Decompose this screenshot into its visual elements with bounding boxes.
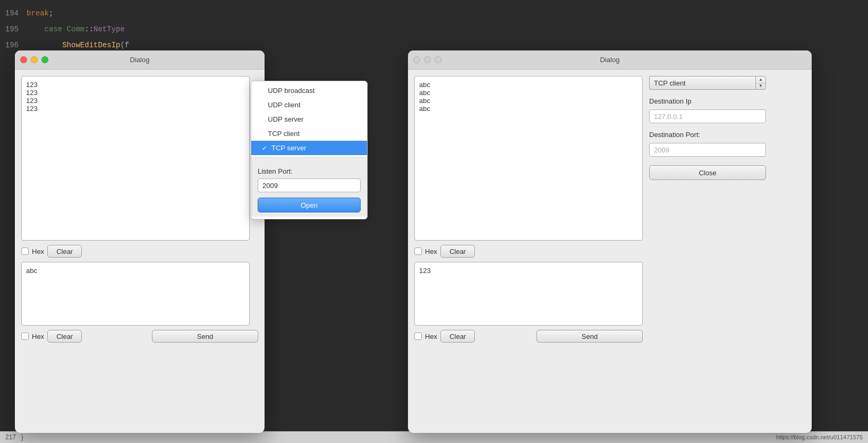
send-textarea-1[interactable]: abc xyxy=(21,262,250,326)
titlebar-1: Dialog xyxy=(15,50,265,70)
dialog-title-2: Dialog xyxy=(600,56,620,64)
line-number: 195 xyxy=(0,21,27,37)
dialog-window-2: Dialog abc abc abc abc Hex Clear 123 Hex… xyxy=(408,50,812,433)
clear-button-receive-1[interactable]: Clear xyxy=(47,245,82,258)
minimize-button-2-inactive[interactable] xyxy=(424,56,431,63)
dropdown-item-tcp-server[interactable]: ✓ TCP server xyxy=(251,141,367,155)
line-info: 217 } xyxy=(5,433,23,441)
minimize-button-1[interactable] xyxy=(31,56,38,63)
window-controls-1 xyxy=(20,56,48,63)
protocol-stepper[interactable]: ▲ ▼ xyxy=(755,76,766,90)
send-controls-2: Hex Clear Send xyxy=(414,330,643,343)
open-button[interactable]: Open xyxy=(258,198,361,212)
destination-port-input[interactable] xyxy=(649,143,766,157)
send-button-1[interactable]: Send xyxy=(152,330,258,343)
hex-label-send-2: Hex xyxy=(425,333,437,340)
protocol-select-wrapper: UDP broadcast UDP client UDP server TCP … xyxy=(649,76,766,90)
clear-button-send-1[interactable]: Clear xyxy=(47,330,82,343)
dropdown-item-tcp-client[interactable]: TCP client xyxy=(251,126,367,141)
hex-label-receive-1: Hex xyxy=(32,248,44,255)
destination-ip-input[interactable] xyxy=(649,109,766,123)
send-textarea-2[interactable]: 123 xyxy=(414,262,643,326)
receive-controls-2: Hex Clear xyxy=(414,245,643,258)
hex-checkbox-send-2[interactable] xyxy=(414,333,422,340)
hex-checkbox-receive-2[interactable] xyxy=(414,248,422,255)
destination-port-label: Destination Port: xyxy=(649,131,766,139)
hex-label-receive-2: Hex xyxy=(425,248,437,255)
protocol-select[interactable]: UDP broadcast UDP client UDP server TCP … xyxy=(649,76,755,90)
dialog2-content: abc abc abc abc Hex Clear 123 Hex Clear … xyxy=(408,70,812,349)
send-controls-1: Hex Clear Send xyxy=(21,330,258,343)
dialog2-right-panel: UDP broadcast UDP client UDP server TCP … xyxy=(649,76,766,343)
dropdown-popup: UDP broadcast UDP client UDP server TCP … xyxy=(251,81,368,219)
bottom-bar: 217 } https://blog.csdn.net/u011471575 xyxy=(0,431,868,443)
close-button-1[interactable] xyxy=(20,56,27,63)
dialog1-content: 123 123 123 123 Hex Clear abc Hex Clear … xyxy=(15,70,265,349)
listen-port-input[interactable] xyxy=(258,178,361,192)
receive-controls-1: Hex Clear xyxy=(21,245,258,258)
send-button-2[interactable]: Send xyxy=(537,330,643,343)
line-number: 194 xyxy=(0,5,27,21)
dropdown-item-udp-broadcast[interactable]: UDP broadcast xyxy=(251,83,367,98)
bottom-left: 217 } xyxy=(5,433,23,441)
code-line-195: 195 case Comm::NetType xyxy=(0,21,129,37)
receive-textarea-1[interactable]: 123 123 123 123 xyxy=(21,76,250,241)
receive-textarea-2[interactable]: abc abc abc abc xyxy=(414,76,643,241)
destination-ip-label: Destination Ip xyxy=(649,97,766,105)
clear-button-send-2[interactable]: Clear xyxy=(440,330,475,343)
listen-port-label: Listen Port: xyxy=(258,167,361,175)
close-button-2-inactive[interactable] xyxy=(413,56,420,63)
url-label: https://blog.csdn.net/u011471575 xyxy=(776,434,863,440)
code-line-194: 194 break; xyxy=(0,5,129,21)
clear-button-receive-2[interactable]: Clear xyxy=(440,245,475,258)
hex-checkbox-send-1[interactable] xyxy=(21,333,29,340)
hex-label-send-1: Hex xyxy=(32,333,44,340)
dialog-title-1: Dialog xyxy=(130,56,150,64)
code-editor: 194 break; 195 case Comm::NetType 196 Sh… xyxy=(0,0,129,58)
stepper-up-icon[interactable]: ▲ xyxy=(756,76,765,83)
dropdown-item-udp-server[interactable]: UDP server xyxy=(251,112,367,126)
hex-checkbox-receive-1[interactable] xyxy=(21,248,29,255)
maximize-button-2-inactive[interactable] xyxy=(435,56,441,63)
dialog-window-1: Dialog 123 123 123 123 Hex Clear abc Hex… xyxy=(15,50,265,433)
dialog2-left-panel: abc abc abc abc Hex Clear 123 Hex Clear … xyxy=(414,76,643,343)
titlebar-2: Dialog xyxy=(408,50,812,70)
close-button-dialog2[interactable]: Close xyxy=(649,165,766,180)
stepper-down-icon[interactable]: ▼ xyxy=(756,83,765,90)
maximize-button-1[interactable] xyxy=(41,56,48,63)
window-controls-2 xyxy=(413,56,441,63)
dropdown-item-udp-client[interactable]: UDP client xyxy=(251,98,367,112)
